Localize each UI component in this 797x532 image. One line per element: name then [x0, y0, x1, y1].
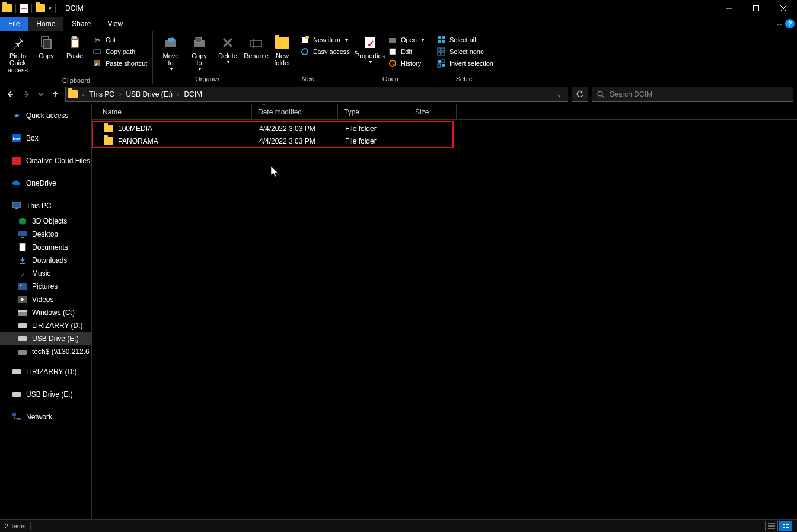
close-button[interactable] — [770, 0, 797, 17]
sidebar-item-3d-objects[interactable]: 3D Objects — [0, 215, 91, 228]
svg-rect-36 — [442, 64, 445, 67]
column-header-size[interactable]: Size — [409, 104, 457, 119]
history-icon — [388, 59, 397, 68]
help-icon[interactable]: ? — [785, 19, 795, 28]
breadcrumb-item[interactable]: USB Drive (E:) — [123, 90, 175, 98]
back-button[interactable] — [4, 88, 17, 101]
history-button[interactable]: History — [387, 58, 425, 69]
tab-file[interactable]: File — [0, 17, 28, 31]
copy-button[interactable]: Copy — [32, 33, 60, 60]
pin-to-quick-access-button[interactable]: Pin to Quick access — [4, 33, 32, 75]
scissors-icon: ✂ — [93, 35, 102, 44]
sidebar-item-videos[interactable]: Videos — [0, 293, 91, 306]
paste-button[interactable]: Paste — [60, 33, 89, 60]
separator — [31, 4, 32, 13]
select-all-button[interactable]: Select all — [435, 34, 495, 45]
delete-button[interactable]: Delete▾ — [213, 33, 242, 66]
copy-to-button[interactable]: Copy to▾ — [185, 33, 213, 73]
sidebar-item-lirizarry[interactable]: LIRIZARRY (D:) — [0, 365, 91, 378]
recent-locations-button[interactable] — [37, 88, 45, 101]
desktop-icon — [18, 230, 27, 239]
open-button[interactable]: Open▾ — [387, 34, 425, 45]
invert-selection-button[interactable]: Invert selection — [435, 58, 495, 69]
sidebar-item-network-drive[interactable]: tech$ (\\130.212.67. — [0, 345, 91, 358]
file-row[interactable]: 100MEDIA 4/4/2022 3:03 PM File folder — [93, 122, 452, 135]
quick-access-dropdown[interactable]: ▾ — [49, 5, 52, 11]
copy-path-button[interactable]: Copy path — [91, 46, 148, 57]
svg-rect-45 — [12, 202, 21, 208]
cloud-icon — [12, 179, 21, 188]
chevron-right-icon[interactable]: › — [80, 91, 87, 98]
download-icon — [18, 256, 27, 265]
sidebar-item-lirizarry-d[interactable]: LIRIZARRY (D:) — [0, 319, 91, 332]
sidebar-item-music[interactable]: ♪Music — [0, 267, 91, 280]
sidebar-item-this-pc[interactable]: This PC — [0, 199, 91, 212]
sidebar-item-pictures[interactable]: Pictures — [0, 280, 91, 293]
folder-icon — [68, 90, 78, 98]
sidebar-item-desktop[interactable]: Desktop — [0, 228, 91, 241]
tab-view[interactable]: View — [99, 17, 131, 31]
sidebar-item-documents[interactable]: Documents — [0, 241, 91, 254]
menu-tabs: File Home Share View ︿ ? — [0, 17, 797, 31]
svg-rect-60 — [12, 369, 21, 374]
search-box[interactable] — [592, 87, 793, 102]
details-view-button[interactable] — [765, 521, 778, 531]
sidebar-item-downloads[interactable]: Downloads — [0, 254, 91, 267]
breadcrumb-item[interactable]: This PC — [87, 90, 117, 98]
minimize-button[interactable] — [715, 0, 742, 17]
sidebar-item-windows-c[interactable]: Windows (C:) — [0, 306, 91, 319]
svg-point-40 — [598, 91, 602, 96]
large-icons-view-button[interactable] — [779, 521, 792, 531]
address-bar[interactable]: › This PC › USB Drive (E:) › DCIM ⌄ — [65, 87, 568, 102]
minimize-ribbon-button[interactable]: ︿ — [777, 20, 783, 28]
paste-shortcut-button[interactable]: Paste shortcut — [91, 58, 148, 69]
svg-rect-9 — [94, 50, 101, 53]
svg-rect-68 — [786, 524, 789, 525]
creative-cloud-icon — [12, 156, 21, 165]
videos-icon — [18, 295, 27, 304]
new-item-icon — [300, 35, 310, 44]
sidebar-item-box[interactable]: boxBox — [0, 132, 91, 145]
up-button[interactable] — [49, 88, 62, 101]
svg-rect-21 — [365, 37, 375, 48]
sidebar-item-network[interactable]: Network — [0, 410, 91, 423]
sidebar-item-usb[interactable]: USB Drive (E:) — [0, 388, 91, 401]
svg-rect-34 — [442, 60, 445, 63]
chevron-right-icon[interactable]: › — [175, 91, 181, 98]
sidebar-item-creative-cloud[interactable]: Creative Cloud Files — [0, 154, 91, 167]
address-dropdown[interactable]: ⌄ — [553, 91, 565, 98]
document-icon — [20, 4, 28, 13]
refresh-button[interactable] — [572, 87, 588, 102]
status-bar: 2 items — [0, 519, 797, 532]
svg-rect-61 — [12, 392, 21, 397]
breadcrumb-item[interactable]: DCIM — [181, 90, 205, 98]
sidebar-item-usb-drive-e[interactable]: USB Drive (E:) — [0, 332, 91, 345]
new-item-button[interactable]: New item▾ — [299, 34, 358, 45]
path-icon — [93, 47, 102, 56]
easy-access-button[interactable]: Easy access▾ — [299, 46, 358, 57]
maximize-button[interactable] — [742, 0, 770, 17]
column-header-name[interactable]: Name — [92, 104, 252, 119]
tab-share[interactable]: Share — [63, 17, 99, 31]
search-input[interactable] — [610, 90, 788, 98]
file-row[interactable]: PANORAMA 4/4/2022 3:03 PM File folder — [93, 135, 452, 147]
tab-home[interactable]: Home — [28, 17, 63, 31]
chevron-right-icon[interactable]: › — [117, 91, 123, 98]
properties-button[interactable]: Properties▾ — [356, 33, 384, 66]
svg-rect-55 — [18, 310, 27, 312]
forward-button[interactable] — [20, 88, 33, 101]
cut-button[interactable]: ✂Cut — [91, 34, 148, 45]
folder-icon — [104, 125, 113, 132]
sidebar-item-quick-access[interactable]: ★Quick access — [0, 109, 91, 122]
new-folder-button[interactable]: New folder — [268, 33, 297, 68]
edit-button[interactable]: Edit — [387, 46, 425, 57]
select-none-button[interactable]: Select none — [435, 46, 495, 57]
move-to-button[interactable]: Move to▾ — [157, 33, 185, 73]
column-header-type[interactable]: Type — [338, 104, 409, 119]
drive-icon — [18, 334, 27, 343]
title-bar: ▾ DCIM — [0, 0, 797, 17]
svg-rect-22 — [389, 38, 396, 43]
easy-access-icon — [300, 47, 310, 56]
sidebar-item-onedrive[interactable]: OneDrive — [0, 177, 91, 190]
svg-rect-35 — [438, 64, 441, 67]
